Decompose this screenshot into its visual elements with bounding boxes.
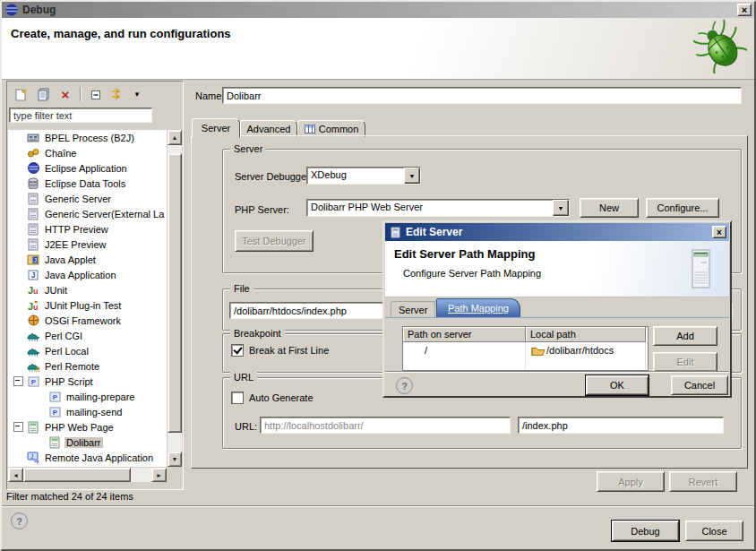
url-path-input[interactable]: /index.php [518, 417, 724, 434]
apply-button[interactable]: Apply [597, 471, 665, 492]
folder-icon [530, 345, 546, 356]
tree-horizontal-scrollbar[interactable]: ◄ ► [8, 468, 167, 482]
window-close-button[interactable]: × [737, 4, 752, 16]
toolbar-separator [80, 87, 82, 101]
url-label: URL: [235, 421, 257, 432]
server-icon [390, 226, 400, 238]
horizontal-scroll-thumb[interactable] [23, 468, 131, 482]
tree-item-mailing-send[interactable]: Pmailing-send [8, 404, 167, 419]
scroll-left-icon[interactable]: ◄ [8, 468, 23, 482]
name-input[interactable]: Dolibarr [222, 87, 742, 104]
tree-item-mailing-prepare[interactable]: Pmailing-prepare [8, 389, 167, 404]
filter-input[interactable]: type filter text [9, 108, 152, 123]
dialog-tab-server[interactable]: Server [391, 301, 435, 317]
tree-item-remote-java-application[interactable]: JRemote Java Application [8, 450, 167, 465]
bpel-process-icon [26, 131, 40, 145]
beetle-debug-icon [693, 20, 747, 75]
tree-item-generic-server-external[interactable]: Generic Server(External La [8, 206, 167, 221]
column-header-local-path[interactable]: Local path [526, 327, 646, 342]
help-icon[interactable]: ? [11, 512, 28, 529]
svg-text:J: J [30, 453, 33, 460]
tree-item-perl-cgi[interactable]: Perl CGI [8, 328, 167, 343]
eclipse-sphere-icon [26, 161, 40, 176]
tree-item-eclipse-data-tools[interactable]: Eclipse Data Tools [8, 176, 167, 191]
new-server-button[interactable]: New [580, 198, 639, 218]
tree-item-junit[interactable]: JuJUnit [8, 282, 167, 297]
window-titlebar: Debug × [2, 2, 754, 18]
dialog-help-icon[interactable]: ? [396, 377, 413, 394]
edit-mapping-button[interactable]: Edit [653, 352, 717, 372]
svg-text:J: J [31, 271, 36, 280]
cancel-button[interactable]: Cancel [671, 375, 728, 395]
filter-menu-arrow-icon[interactable]: ▾ [133, 86, 142, 102]
scroll-down-icon[interactable]: ▼ [168, 452, 182, 467]
chevron-down-icon[interactable]: ▼ [404, 168, 420, 184]
collapse-all-icon[interactable] [88, 86, 104, 102]
base-url-input[interactable]: http://localhostdolibarr/ [260, 417, 511, 434]
table-icon [305, 125, 315, 133]
column-header-path-on-server[interactable]: Path on server [403, 327, 526, 342]
test-debugger-button[interactable]: Test Debugger [235, 230, 314, 252]
break-first-line-checkbox[interactable] [231, 344, 244, 357]
java-applet-icon: J [26, 253, 40, 267]
tree-item-java-applet[interactable]: JJava Applet [8, 252, 167, 267]
svg-text:P: P [30, 378, 36, 386]
php-server-select[interactable]: Dolibarr PHP Web Server ▼ [306, 199, 570, 217]
debug-button[interactable]: Debug [612, 521, 679, 541]
chevron-down-icon[interactable]: ▼ [553, 200, 569, 216]
revert-button[interactable]: Revert [669, 471, 737, 492]
configurations-sidebar: × ▾ type filter text BPEL Process (B2J) … [6, 81, 184, 490]
tree-item-chaine[interactable]: Chaîne [8, 145, 167, 160]
tab-server[interactable]: Server [192, 118, 240, 138]
dialog-tab-path-mapping[interactable]: Path Mapping [436, 298, 520, 317]
tree-item-java-application[interactable]: JJava Application [8, 267, 167, 282]
tree-vertical-scrollbar[interactable]: ▲ ▼ [168, 130, 182, 467]
tree-item-bpel-process[interactable]: BPEL Process (B2J) [8, 130, 167, 145]
tree-item-junit-plugin-test[interactable]: JuJUnit Plug-in Test [8, 297, 167, 313]
add-mapping-button[interactable]: Add [653, 326, 717, 346]
tree-item-php-web-page[interactable]: PHP Web Page [8, 419, 167, 435]
server-icon [26, 207, 40, 221]
tree-item-j2ee-preview[interactable]: J2EE Preview [8, 237, 167, 252]
dialog-heading: Edit Server Path Mapping [394, 247, 535, 261]
collapse-expander-icon[interactable] [13, 376, 23, 386]
path-on-server-cell: / [403, 342, 526, 357]
break-first-line-row: Break at First Line [231, 344, 329, 357]
dialog-footer: ? OK Cancel [385, 371, 729, 398]
osgi-icon [26, 314, 40, 328]
configure-server-button[interactable]: Configure... [646, 198, 719, 218]
name-label: Name: [195, 90, 224, 101]
dialog-close-button[interactable]: × [712, 226, 726, 238]
sidebar-toolbar: × ▾ [9, 83, 142, 105]
server-tower-icon [688, 248, 715, 293]
delete-config-icon[interactable]: × [57, 86, 73, 102]
tree-item-osgi-framework[interactable]: OSGi Framework [8, 313, 167, 328]
vertical-scroll-thumb[interactable] [168, 153, 182, 433]
tree-item-generic-server[interactable]: Generic Server [8, 191, 167, 206]
scroll-up-icon[interactable]: ▲ [168, 130, 182, 145]
tree-item-perl-local[interactable]: Perl Local [8, 343, 167, 358]
camel-remote-icon: R [26, 359, 40, 374]
tree-item-http-preview[interactable]: HTTP Preview [8, 221, 167, 237]
server-debugger-select[interactable]: XDebug ▼ [306, 167, 421, 185]
new-config-icon[interactable] [13, 86, 29, 102]
tree-item-dolibarr[interactable]: Dolibarr [8, 435, 167, 450]
duplicate-config-icon[interactable] [35, 86, 51, 102]
tree-item-perl-remote[interactable]: RPerl Remote [8, 358, 167, 374]
tree-item-eclipse-application[interactable]: Eclipse Application [8, 160, 167, 176]
collapse-expander-icon[interactable] [13, 422, 23, 432]
svg-text:P: P [52, 409, 57, 417]
svg-text:u: u [33, 303, 39, 311]
auto-generate-checkbox[interactable] [231, 392, 244, 404]
filter-icon[interactable] [110, 86, 126, 102]
scroll-right-icon[interactable]: ► [151, 468, 167, 482]
tree-item-php-script[interactable]: PPHP Script [8, 374, 167, 389]
close-button[interactable]: Close [685, 521, 743, 541]
junit-icon: Ju [26, 283, 40, 297]
ok-button[interactable]: OK [586, 375, 649, 395]
footer-separator [0, 505, 756, 507]
junit-plugin-icon: Ju [26, 298, 40, 313]
svg-text:P: P [52, 393, 57, 401]
php-script-icon: P [26, 375, 40, 389]
table-row[interactable]: / /dolibarr/htdocs [403, 342, 648, 357]
